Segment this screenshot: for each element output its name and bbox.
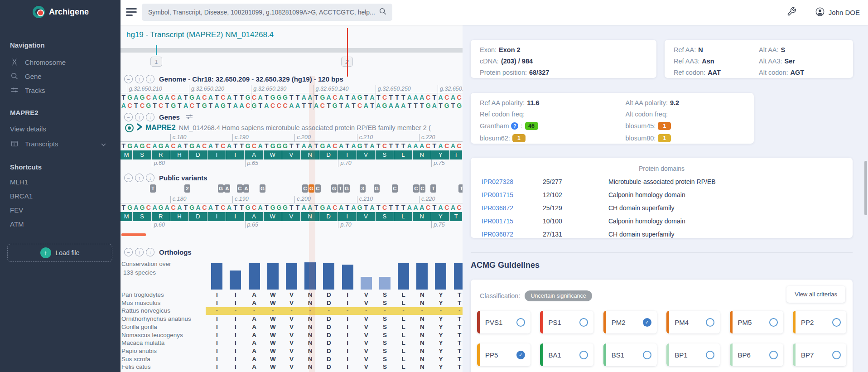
acmg-criterion-bp1[interactable]: BP1 <box>666 343 720 366</box>
sidebar-item-chromosome[interactable]: Chromosome <box>10 58 110 67</box>
move-down-icon[interactable]: ↓ <box>146 113 154 121</box>
conservation-bar[interactable] <box>398 263 409 290</box>
domain-link[interactable]: IPR036872 <box>482 204 543 212</box>
criterion-radio[interactable] <box>643 351 651 359</box>
genes-settings-icon[interactable] <box>186 113 193 121</box>
collapse-icon[interactable]: − <box>124 174 133 182</box>
variant-badge-C[interactable]: C <box>392 184 398 193</box>
base-C: C <box>425 203 431 212</box>
sidebar-item-gene[interactable]: Gene <box>10 72 110 81</box>
conservation-bar[interactable] <box>211 263 222 290</box>
variant-badge-GTG[interactable]: GTG <box>331 184 350 193</box>
domain-link[interactable]: IPR001715 <box>482 191 543 198</box>
conservation-bar[interactable] <box>379 277 391 290</box>
criterion-radio[interactable] <box>516 318 525 327</box>
move-up-icon[interactable]: ↑ <box>135 174 144 182</box>
amino-acid-T: T <box>450 150 462 159</box>
conservation-bar[interactable] <box>267 263 279 290</box>
species-name: Pan troglodytes <box>121 291 164 298</box>
conservation-bar[interactable] <box>435 263 446 290</box>
domain-link[interactable]: IPR027328 <box>482 178 543 185</box>
variant-badge-CC[interactable]: CC <box>413 184 425 193</box>
menu-icon[interactable] <box>126 8 137 18</box>
conservation-bar[interactable] <box>286 263 297 290</box>
shortcut-item-atm[interactable]: ATM <box>10 220 110 228</box>
criterion-radio[interactable] <box>579 318 588 327</box>
transcript-overview-bar[interactable] <box>121 48 463 53</box>
shortcut-item-brca1[interactable]: BRCA1 <box>10 192 110 200</box>
sidebar-item-view-details[interactable]: View details <box>10 125 110 133</box>
help-icon[interactable]: ? <box>511 122 518 130</box>
search-icon[interactable] <box>379 7 387 17</box>
acmg-criterion-bp6[interactable]: BP6 <box>730 343 783 366</box>
move-up-icon[interactable]: ↑ <box>135 113 144 121</box>
criterion-radio[interactable] <box>706 351 714 359</box>
conservation-bar[interactable] <box>361 277 372 290</box>
acmg-criterion-bp7[interactable]: BP7 <box>793 343 846 366</box>
load-file-button[interactable]: ↑ Load file <box>7 244 112 262</box>
gene-radio-icon[interactable] <box>125 124 134 132</box>
acmg-criterion-pp2[interactable]: PP2 <box>793 311 846 333</box>
move-up-icon[interactable]: ↑ <box>135 248 144 256</box>
conservation-bar[interactable] <box>230 271 241 290</box>
collapse-icon[interactable]: − <box>124 75 133 83</box>
panel-scrollbar[interactable] <box>864 161 867 215</box>
acmg-criterion-bs1[interactable]: BS1 <box>603 343 657 366</box>
variant-badge-T[interactable]: T <box>430 184 436 193</box>
criterion-radio[interactable]: ✓ <box>516 351 525 359</box>
conservation-bar[interactable] <box>323 263 334 290</box>
move-down-icon[interactable]: ↓ <box>146 248 154 256</box>
user-menu[interactable]: John DOE <box>815 7 860 18</box>
move-up-icon[interactable]: ↑ <box>135 75 144 83</box>
acmg-criterion-pvs1[interactable]: PVS1 <box>477 311 530 333</box>
sidebar-item-tracks[interactable]: Tracks <box>10 86 110 95</box>
shortcut-item-fev[interactable]: FEV <box>10 206 110 214</box>
tools-wrench-icon[interactable] <box>787 7 796 18</box>
criterion-radio[interactable]: ✓ <box>643 318 651 327</box>
criterion-radio[interactable] <box>832 351 841 359</box>
gene-name[interactable]: MAPRE2 <box>145 124 176 132</box>
info-row: cDNA:(203) / 984 <box>480 58 647 65</box>
variant-badge-T[interactable]: T <box>150 184 156 193</box>
sidebar-item-transcripts[interactable]: Transcripts <box>10 139 110 148</box>
app-logo[interactable]: Archigene <box>33 6 89 18</box>
criterion-radio[interactable] <box>706 318 714 327</box>
conservation-bar[interactable] <box>342 265 353 290</box>
acmg-criterion-pm2[interactable]: PM2✓ <box>603 311 657 333</box>
criterion-radio[interactable] <box>832 318 841 327</box>
exon-marker-1[interactable]: 1 <box>150 57 162 67</box>
gene-expand-icon[interactable] <box>137 123 142 132</box>
conservation-bar[interactable] <box>249 263 260 290</box>
variant-badge-CA[interactable]: CA <box>237 184 249 193</box>
acmg-criterion-ba1[interactable]: BA1 <box>540 343 593 366</box>
view-all-criterias-button[interactable]: View all criterias <box>786 286 845 303</box>
criterion-radio[interactable] <box>579 351 588 359</box>
conservation-bar[interactable] <box>416 263 428 290</box>
variant-badge-G[interactable]: G <box>374 184 380 193</box>
domain-link[interactable]: IPR001715 <box>482 217 543 225</box>
acmg-criterion-pm4[interactable]: PM4 <box>666 311 720 333</box>
acmg-criterion-ps1[interactable]: PS1 <box>540 311 593 333</box>
variant-badge-3[interactable]: 3 <box>360 184 366 193</box>
move-down-icon[interactable]: ↓ <box>146 174 154 182</box>
acmg-criterion-pp5[interactable]: PP5✓ <box>477 343 530 366</box>
domain-link[interactable]: IPR036872 <box>482 231 543 238</box>
gene-row[interactable]: MAPRE2 NM_014268.4 Homo sapiens microtub… <box>125 123 463 132</box>
criterion-radio[interactable] <box>769 351 778 359</box>
variant-badge-G[interactable]: G <box>260 184 265 193</box>
alignment-letter: V <box>357 348 376 354</box>
shortcut-item-mlh1[interactable]: MLH1 <box>10 178 110 186</box>
collapse-icon[interactable]: − <box>124 113 133 121</box>
base-G: G <box>276 93 282 101</box>
collapse-icon[interactable]: − <box>124 248 133 256</box>
variant-badge-GA[interactable]: GA <box>218 184 230 193</box>
variant-badge-2[interactable]: 2 <box>184 184 190 193</box>
move-down-icon[interactable]: ↓ <box>146 75 154 83</box>
criterion-radio[interactable] <box>769 318 778 327</box>
alignment-letter: V <box>282 348 301 354</box>
variant-badge-T[interactable]: T <box>458 184 463 193</box>
search-input[interactable] <box>147 8 379 16</box>
conservation-bar[interactable] <box>454 263 463 290</box>
acmg-criterion-pm5[interactable]: PM5 <box>730 311 783 333</box>
info-value: S <box>781 46 786 53</box>
